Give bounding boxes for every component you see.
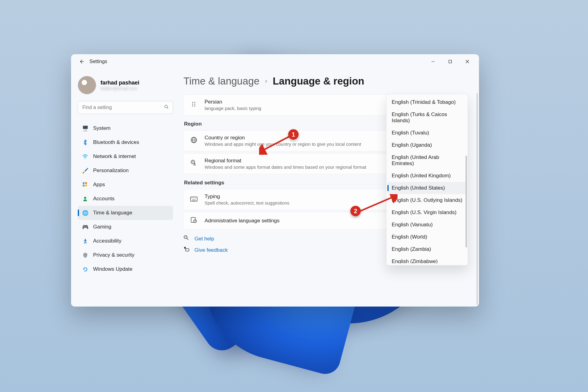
app-title: Settings (89, 59, 107, 64)
dropdown-item[interactable]: English (Uganda) (387, 139, 467, 151)
svg-point-2 (165, 105, 168, 108)
svg-point-34 (184, 247, 186, 249)
monitor-icon: 🖥️ (82, 125, 88, 131)
content-scrollbar[interactable] (477, 93, 478, 305)
svg-point-12 (194, 102, 195, 103)
card-title: Typing (205, 194, 289, 200)
sidebar-item-label: System (93, 125, 111, 131)
minimize-icon (431, 60, 435, 63)
breadcrumb-parent[interactable]: Time & language (183, 75, 259, 87)
maximize-button[interactable] (442, 55, 459, 68)
svg-rect-35 (186, 249, 189, 251)
main-content: Time & language › Language & region Pers… (177, 69, 479, 307)
sidebar-item-label: Personalization (93, 168, 129, 174)
sidebar-item-label: Apps (93, 182, 105, 188)
dropdown-item[interactable]: English (Zambia) (387, 243, 467, 255)
sidebar-item-label: Gaming (93, 224, 111, 230)
sidebar-item-accessibility[interactable]: Accessibility (78, 234, 173, 248)
paintbrush-icon: 🖌️ (82, 168, 88, 174)
bluetooth-icon (82, 139, 88, 145)
card-subtitle: Spell check, autocorrect, text suggestio… (205, 200, 289, 205)
annotation-arrow-2 (358, 194, 398, 216)
svg-text:字: 字 (192, 161, 194, 164)
sidebar-item-label: Network & internet (93, 153, 136, 160)
svg-rect-8 (85, 185, 87, 187)
sidebar-item-label: Accounts (93, 196, 115, 202)
svg-text:?: ? (185, 236, 187, 239)
update-icon (82, 266, 88, 272)
sidebar-item-system[interactable]: 🖥️System (78, 121, 173, 135)
back-button[interactable] (78, 58, 85, 65)
sidebar-item-update[interactable]: Windows Update (78, 262, 173, 276)
help-icon: ? (183, 235, 190, 243)
breadcrumb: Time & language › Language & region (183, 75, 468, 87)
admin-badge-icon (190, 217, 198, 225)
svg-point-14 (194, 104, 195, 104)
user-email: hidden@email.com (100, 86, 139, 91)
svg-rect-6 (85, 182, 87, 184)
sidebar-item-accounts[interactable]: Accounts (78, 192, 173, 206)
settings-window: Settings farhad pashaei hidden@email.com… (71, 54, 479, 307)
svg-point-4 (85, 158, 85, 158)
sidebar-item-network[interactable]: Network & internet (78, 149, 173, 164)
svg-point-13 (192, 104, 193, 104)
card-subtitle: Windows and some apps format dates and t… (205, 164, 366, 170)
dropdown-item[interactable]: English (United States) (387, 182, 467, 194)
search-box (78, 101, 173, 114)
person-icon (82, 196, 88, 202)
dropdown-item[interactable]: English (Turks & Caicos Islands) (387, 108, 467, 127)
page-title: Language & region (273, 75, 364, 87)
dropdown-item[interactable]: English (United Kingdom) (387, 170, 467, 182)
accessibility-icon (82, 238, 88, 244)
sidebar-item-privacy[interactable]: Privacy & security (78, 248, 173, 262)
svg-point-15 (192, 105, 193, 106)
sidebar-item-label: Privacy & security (93, 252, 134, 258)
svg-rect-23 (190, 197, 197, 201)
get-help-link[interactable]: Get help (194, 236, 214, 242)
card-subtitle: language pack, basic typing (205, 106, 261, 111)
user-block[interactable]: farhad pashaei hidden@email.com (78, 76, 173, 94)
sidebar-item-gaming[interactable]: 🎮Gaming (78, 220, 173, 234)
svg-rect-1 (449, 60, 452, 63)
sidebar-item-label: Bluetooth & devices (93, 139, 139, 145)
dropdown-item[interactable]: English (Zimbabwe) (387, 255, 467, 263)
dropdown-item[interactable]: English (United Arab Emirates) (387, 151, 467, 170)
user-name: farhad pashaei (100, 80, 139, 86)
dropdown-item[interactable]: English (World) (387, 231, 467, 243)
dropdown-item[interactable]: English (U.S. Virgin Islands) (387, 206, 467, 219)
minimize-button[interactable] (424, 55, 442, 68)
avatar (78, 76, 96, 94)
dropdown-item[interactable]: English (Trinidad & Tobago) (387, 96, 467, 108)
svg-line-36 (262, 136, 290, 151)
search-input[interactable] (78, 101, 173, 114)
language-icon: A字 (190, 160, 198, 168)
sidebar-item-label: Accessibility (93, 238, 122, 244)
close-icon (466, 60, 469, 63)
sidebar-item-bluetooth[interactable]: Bluetooth & devices (78, 135, 173, 149)
svg-line-37 (360, 197, 394, 211)
dropdown-item[interactable]: English (U.S. Outlying Islands) (387, 194, 467, 206)
sidebar-item-personalization[interactable]: 🖌️Personalization (78, 164, 173, 178)
annotation-badge-2: 2 (350, 206, 361, 216)
give-feedback-link[interactable]: Give feedback (194, 247, 228, 253)
sidebar: farhad pashaei hidden@email.com 🖥️System… (71, 69, 177, 307)
dropdown-item[interactable]: English (Tuvalu) (387, 127, 467, 139)
svg-rect-5 (83, 182, 85, 184)
close-button[interactable] (459, 55, 476, 68)
search-icon (164, 105, 169, 111)
card-title: Regional format (205, 158, 366, 164)
globe-icon (190, 137, 198, 145)
wifi-icon (82, 153, 88, 160)
sidebar-item-time-language[interactable]: 🌐Time & language (78, 206, 173, 220)
dropdown-item[interactable]: English (Vanuatu) (387, 219, 467, 231)
gamepad-icon: 🎮 (82, 224, 88, 230)
arrow-left-icon (79, 59, 84, 64)
svg-rect-7 (83, 185, 85, 187)
titlebar: Settings (71, 54, 479, 69)
drag-handle-icon[interactable] (190, 101, 198, 108)
window-controls (424, 55, 476, 68)
sidebar-item-apps[interactable]: Apps (78, 178, 173, 192)
feedback-icon (183, 246, 190, 254)
dropdown-scrollbar[interactable] (466, 156, 467, 247)
apps-icon (82, 182, 88, 188)
